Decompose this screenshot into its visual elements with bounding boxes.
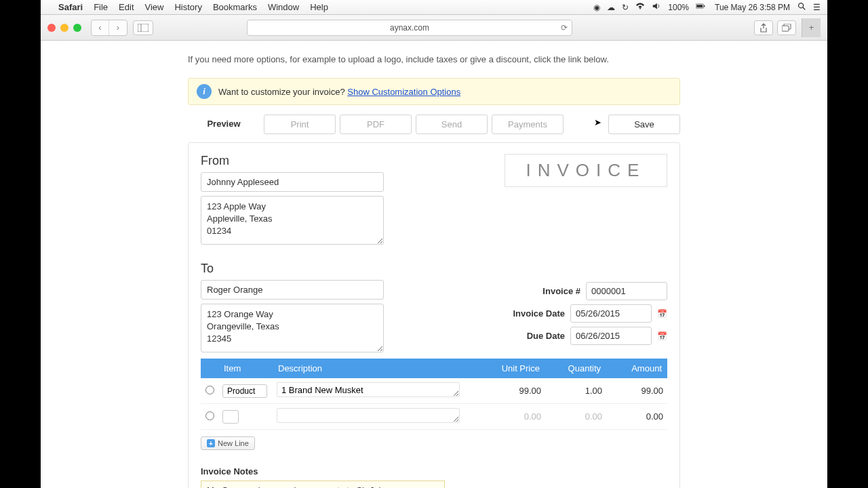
reload-icon[interactable]: ⟳ xyxy=(561,23,568,33)
from-name-input[interactable] xyxy=(201,172,384,192)
menu-view[interactable]: View xyxy=(145,2,164,12)
send-button[interactable]: Send xyxy=(416,115,488,134)
table-row: ⇅ 0.00 0.00 0.00 xyxy=(201,404,667,430)
line-items-table: Item Description Unit Price Quantity Amo… xyxy=(201,359,667,430)
col-unit-price: Unit Price xyxy=(484,359,545,378)
to-address-input[interactable] xyxy=(201,304,384,352)
svg-point-4 xyxy=(799,3,804,8)
wifi-icon[interactable] xyxy=(635,1,645,13)
app-menu[interactable]: Safari xyxy=(58,2,83,12)
menu-file[interactable]: File xyxy=(94,2,108,12)
row-select-radio[interactable] xyxy=(205,386,214,394)
item-qty[interactable]: 1.00 xyxy=(545,378,606,404)
share-button[interactable] xyxy=(754,20,773,35)
svg-rect-2 xyxy=(696,5,703,7)
back-button[interactable]: ‹ xyxy=(92,20,109,35)
menu-window[interactable]: Window xyxy=(268,2,299,12)
customize-notice: i Want to customize your invoice? Show C… xyxy=(188,78,680,105)
forward-button[interactable]: › xyxy=(109,20,127,35)
item-type-select[interactable]: Product xyxy=(222,384,267,398)
window-close-icon[interactable] xyxy=(47,24,56,32)
due-date-label: Due Date xyxy=(527,331,565,341)
preview-button[interactable]: Preview xyxy=(188,115,260,134)
address-bar[interactable]: aynax.com ⟳ xyxy=(247,20,572,36)
notice-text: Want to customize your invoice? xyxy=(218,87,345,97)
new-tab-button[interactable]: + xyxy=(802,18,821,37)
menu-edit[interactable]: Edit xyxy=(119,2,134,12)
plus-icon: + xyxy=(207,439,215,447)
battery-percent: 100% xyxy=(668,3,689,12)
mac-menubar: Safari File Edit View History Bookmarks … xyxy=(41,0,827,15)
from-label: From xyxy=(201,154,491,168)
page-body: If you need more options, for example to… xyxy=(41,41,827,488)
safari-toolbar: ‹ › aynax.com ⟳ + xyxy=(41,15,827,41)
print-button[interactable]: Print xyxy=(264,115,336,134)
save-button[interactable]: ➤ Save xyxy=(608,115,680,134)
intro-text: If you need more options, for example to… xyxy=(188,54,680,64)
spotlight-icon[interactable] xyxy=(797,1,806,13)
window-zoom-icon[interactable] xyxy=(73,24,81,32)
mouse-cursor-icon: ➤ xyxy=(594,117,601,127)
svg-rect-9 xyxy=(782,26,789,31)
col-item: Item xyxy=(218,359,273,378)
table-row: Product⇅ 99.00 1.00 99.00 xyxy=(201,378,667,404)
invoice-date-label: Invoice Date xyxy=(513,308,565,319)
show-customization-link[interactable]: Show Customization Options xyxy=(347,87,460,97)
screenrec-icon[interactable]: ◉ xyxy=(593,3,600,12)
due-date-input[interactable] xyxy=(570,327,652,345)
menubar-clock[interactable]: Tue May 26 3:58 PM xyxy=(715,3,790,12)
window-minimize-icon[interactable] xyxy=(60,24,68,32)
action-bar: Preview Print PDF Send Payments ➤ Save xyxy=(188,115,680,134)
invoice-notes-input[interactable] xyxy=(201,481,445,488)
svg-point-0 xyxy=(639,7,641,9)
pdf-button[interactable]: PDF xyxy=(340,115,412,134)
invoice-title: INVOICE xyxy=(505,154,667,187)
invoice-date-input[interactable] xyxy=(570,304,652,323)
menu-bookmarks[interactable]: Bookmarks xyxy=(213,2,257,12)
notification-center-icon[interactable]: ☰ xyxy=(813,3,821,12)
address-url: aynax.com xyxy=(390,23,429,33)
item-description-input[interactable] xyxy=(277,382,460,397)
cloud-icon[interactable]: ☁ xyxy=(607,3,615,12)
volume-icon[interactable] xyxy=(652,1,661,13)
menu-help[interactable]: Help xyxy=(310,2,328,12)
notes-label: Invoice Notes xyxy=(201,466,667,476)
row-select-radio[interactable] xyxy=(205,411,214,420)
tabs-button[interactable] xyxy=(777,20,796,35)
col-description: Description xyxy=(273,359,484,378)
menu-history[interactable]: History xyxy=(174,2,201,12)
calendar-icon[interactable]: 📅 xyxy=(657,331,667,341)
new-line-button[interactable]: + New Line xyxy=(201,436,255,450)
invoice-number-label: Invoice # xyxy=(542,286,580,296)
item-qty[interactable]: 0.00 xyxy=(545,404,606,430)
to-label: To xyxy=(201,262,491,276)
item-type-select[interactable] xyxy=(222,410,239,424)
payments-button[interactable]: Payments xyxy=(492,115,564,134)
item-price[interactable]: 0.00 xyxy=(484,404,545,430)
item-amount: 99.00 xyxy=(606,378,667,404)
item-description-input[interactable] xyxy=(277,408,460,423)
battery-icon[interactable] xyxy=(696,1,705,13)
calendar-icon[interactable]: 📅 xyxy=(657,309,667,319)
timemachine-icon[interactable]: ↻ xyxy=(622,3,629,12)
invoice-card: From To INVOICE Invoice # xyxy=(188,142,680,488)
svg-rect-6 xyxy=(138,24,149,32)
from-address-input[interactable] xyxy=(201,196,384,245)
sidebar-button[interactable] xyxy=(133,20,153,35)
item-price[interactable]: 99.00 xyxy=(484,378,545,404)
invoice-number-input[interactable] xyxy=(586,282,667,300)
svg-rect-3 xyxy=(704,5,705,7)
to-name-input[interactable] xyxy=(201,280,384,300)
item-amount: 0.00 xyxy=(606,404,667,430)
info-icon: i xyxy=(197,84,212,99)
col-quantity: Quantity xyxy=(545,359,606,378)
col-amount: Amount xyxy=(606,359,667,378)
svg-line-5 xyxy=(803,7,806,10)
